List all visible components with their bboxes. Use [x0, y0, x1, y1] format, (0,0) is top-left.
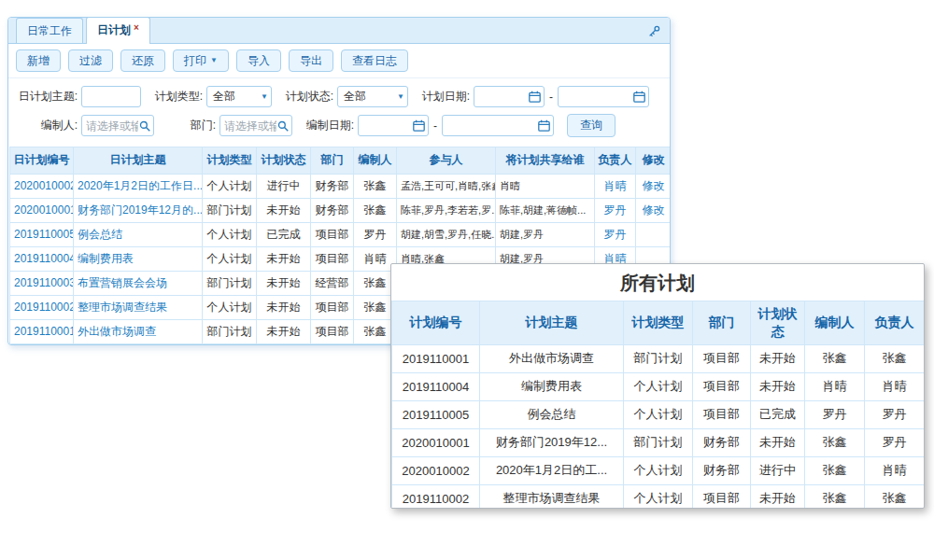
- table-cell: 已完成: [257, 222, 311, 246]
- table-cell: 2020010001: [10, 198, 74, 222]
- column-header[interactable]: 部门: [311, 147, 354, 174]
- all-plans-window: 所有计划 计划编号计划主题计划类型部门计划状态编制人负责人2019110001外…: [390, 263, 925, 509]
- view-log-button[interactable]: 查看日志: [341, 49, 408, 72]
- table-cell: 张鑫: [865, 344, 925, 372]
- type-select[interactable]: 全部 ▼: [206, 86, 272, 107]
- tab-daily-plan-label: 日计划: [97, 22, 131, 38]
- search-icon[interactable]: [139, 120, 150, 132]
- table-cell: 肖晴: [595, 174, 636, 198]
- table-cell: 肖晴: [865, 456, 925, 484]
- cell-link[interactable]: 2020年1月2日的工作日...: [78, 179, 203, 192]
- key-icon[interactable]: [648, 25, 660, 37]
- subject-label: 日计划主题:: [16, 89, 78, 105]
- cell-link[interactable]: 2020010001: [14, 203, 74, 217]
- made-date-to-input[interactable]: [446, 119, 538, 133]
- table-cell: 财务部: [693, 456, 751, 484]
- table-cell: 罗丹: [354, 222, 397, 246]
- cell-link[interactable]: 2019110002: [14, 301, 74, 314]
- column-header[interactable]: 参与人: [397, 147, 496, 174]
- tab-daily-work[interactable]: 日常工作: [16, 18, 83, 43]
- column-header: 计划主题: [480, 301, 624, 345]
- cell-link[interactable]: 外出做市场调查: [78, 325, 156, 338]
- table-row: 20200100022020年1月2日的工...个人计划财务部进行中张鑫肖晴: [392, 456, 925, 484]
- type-label: 计划类型:: [152, 89, 203, 105]
- column-header[interactable]: 修改: [636, 147, 672, 174]
- column-header[interactable]: 日计划编号: [10, 147, 74, 174]
- close-icon[interactable]: ×: [134, 22, 139, 33]
- column-header[interactable]: 编制人: [354, 147, 397, 174]
- table-cell: 2020010002: [10, 174, 74, 198]
- table-cell: 项目部: [693, 372, 751, 400]
- column-header[interactable]: 计划状态: [257, 147, 311, 174]
- creator-input[interactable]: [85, 119, 139, 133]
- search-icon[interactable]: [277, 120, 289, 132]
- table-cell: 张鑫: [865, 484, 925, 509]
- cell-link[interactable]: 整理市场调查结果: [78, 301, 167, 314]
- cell-link[interactable]: 布置营销展会会场: [78, 276, 167, 289]
- table-row[interactable]: 2020010001财务部门2019年12月的...部门计划未开始财务部张鑫陈菲…: [10, 198, 672, 222]
- range-separator: -: [549, 91, 553, 104]
- table-row[interactable]: 2019110005例会总结个人计划已完成项目部罗丹胡建,胡雪,罗丹,任晓...…: [10, 222, 672, 246]
- table-cell: 未开始: [751, 372, 805, 400]
- cell-link[interactable]: 2020010002: [14, 179, 74, 192]
- dept-input[interactable]: [223, 119, 277, 133]
- table-cell: 个人计划: [624, 456, 693, 484]
- add-button[interactable]: 新增: [16, 49, 61, 72]
- subject-input[interactable]: [85, 91, 137, 104]
- cell-link[interactable]: 罗丹: [604, 228, 627, 241]
- table-cell: 罗丹: [865, 400, 925, 428]
- column-header[interactable]: 日计划主题: [74, 147, 203, 174]
- table-cell: 2019110004: [10, 246, 74, 271]
- plan-date-to-wrap: [558, 86, 649, 107]
- column-header[interactable]: 负责人: [595, 147, 636, 174]
- cell-link[interactable]: 修改: [643, 203, 665, 217]
- table-row[interactable]: 20200100022020年1月2日的工作日...个人计划进行中财务部张鑫孟浩…: [10, 174, 672, 198]
- table-cell: 罗丹: [595, 198, 636, 222]
- print-button[interactable]: 打印 ▼: [173, 49, 229, 72]
- calendar-icon[interactable]: [538, 119, 550, 132]
- calendar-icon[interactable]: [529, 91, 541, 103]
- plan-date-from-input[interactable]: [477, 91, 529, 104]
- column-header: 计划状态: [751, 301, 805, 345]
- table-cell: 进行中: [751, 456, 805, 484]
- status-select[interactable]: 全部 ▼: [337, 86, 408, 107]
- cell-link[interactable]: 修改: [643, 179, 665, 192]
- table-cell: 张鑫: [805, 428, 865, 456]
- table-cell: 项目部: [311, 295, 354, 319]
- cell-link[interactable]: 2019110001: [14, 325, 74, 338]
- filter-row-1: 日计划主题: 计划类型: 全部 ▼ 计划状态: 全部 ▼ 计划日期:: [16, 86, 662, 107]
- table-cell: [636, 222, 672, 246]
- table-cell: 2019110005: [10, 222, 74, 246]
- cell-link[interactable]: 罗丹: [604, 203, 627, 217]
- search-button[interactable]: 查询: [567, 114, 616, 136]
- table-cell: 2020年1月2日的工作日...: [74, 174, 203, 198]
- column-header[interactable]: 计划类型: [203, 147, 257, 174]
- table-cell: 财务部门2019年12...: [480, 428, 624, 456]
- restore-button[interactable]: 还原: [120, 49, 165, 72]
- plan-date-from-wrap: [474, 86, 545, 107]
- status-label: 计划状态:: [283, 89, 333, 105]
- filter-button[interactable]: 过滤: [68, 49, 113, 72]
- plan-date-to-input[interactable]: [561, 91, 633, 104]
- cell-link[interactable]: 财务部门2019年12月的...: [78, 203, 203, 217]
- export-button[interactable]: 导出: [289, 49, 333, 72]
- cell-link[interactable]: 2019110004: [14, 252, 74, 265]
- cell-link[interactable]: 肖晴: [604, 179, 627, 192]
- made-date-from-input[interactable]: [361, 119, 413, 133]
- popup-title: 所有计划: [391, 264, 924, 301]
- filter-panel: 日计划主题: 计划类型: 全部 ▼ 计划状态: 全部 ▼ 计划日期:: [8, 78, 670, 144]
- column-header[interactable]: 将计划共享给谁: [496, 147, 595, 174]
- import-button[interactable]: 导入: [236, 49, 281, 72]
- calendar-icon[interactable]: [633, 91, 645, 103]
- tab-daily-work-label: 日常工作: [27, 23, 72, 39]
- cell-link[interactable]: 例会总结: [78, 228, 122, 241]
- table-cell: 张鑫: [805, 344, 865, 372]
- cell-link[interactable]: 2019110003: [14, 276, 74, 289]
- tab-daily-plan[interactable]: 日计划 ×: [86, 17, 150, 44]
- table-cell: 个人计划: [203, 295, 257, 319]
- table-cell: 经营部: [311, 271, 354, 295]
- table-row: 2019110001外出做市场调查部门计划项目部未开始张鑫张鑫: [392, 344, 925, 372]
- cell-link[interactable]: 2019110005: [14, 228, 74, 241]
- calendar-icon[interactable]: [413, 119, 425, 132]
- cell-link[interactable]: 编制费用表: [78, 252, 134, 265]
